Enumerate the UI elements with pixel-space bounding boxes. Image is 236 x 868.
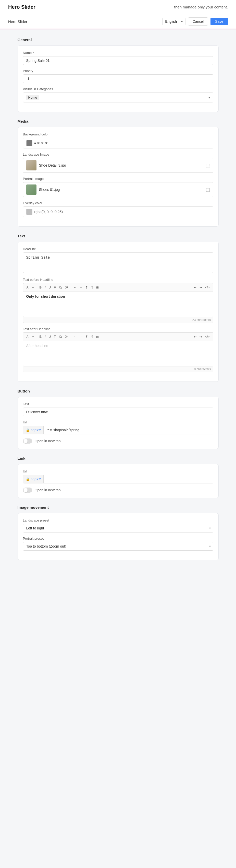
rte-after-cut-btn[interactable]: ✂: [30, 334, 35, 339]
rte-after-redo-btn[interactable]: ↪: [198, 334, 203, 339]
rte-redo-btn[interactable]: ↪: [198, 285, 203, 290]
app-name: Hero Slider: [8, 4, 35, 10]
rte-after-superscript-btn[interactable]: X²: [64, 334, 70, 339]
text-section: Text Headline Spring Sale Text before He…: [18, 234, 218, 382]
button-text-input[interactable]: [23, 408, 213, 416]
rte-ol-btn[interactable]: ¶I: [85, 285, 90, 290]
rte-undo-btn[interactable]: ↩: [193, 285, 198, 290]
button-text-label: Text: [23, 402, 213, 406]
rte-after-undo-btn[interactable]: ↩: [193, 334, 198, 339]
button-url-input[interactable]: [44, 426, 213, 434]
bg-color-input[interactable]: #787878: [23, 138, 213, 149]
rte-after-bold-btn[interactable]: B: [38, 334, 43, 339]
rte-superscript-btn[interactable]: X²: [64, 285, 70, 290]
text-after-editor[interactable]: After headline: [23, 341, 213, 366]
language-select[interactable]: English German French Spanish: [162, 18, 186, 25]
general-section-title: General: [18, 37, 218, 42]
overlay-color-input[interactable]: rgba(0, 0, 0, 0.25): [23, 207, 213, 217]
landscape-preset-select[interactable]: Left to right Right to left Top to botto…: [23, 524, 213, 532]
rte-indent-btn[interactable]: ←: [72, 285, 78, 290]
portrait-image-upload[interactable]: Shoes 01.jpg ⬚: [23, 182, 213, 197]
rte-subscript-btn[interactable]: X₂: [58, 285, 64, 290]
button-card: Text Url 🔒 https:// Open in new tab: [18, 397, 218, 449]
link-url-input[interactable]: [44, 475, 213, 483]
top-header: Hero Slider then manage only your conten…: [0, 0, 236, 14]
portrait-preset-select[interactable]: Top to bottom (Zoom out) Bottom to top (…: [23, 542, 213, 551]
categories-chip: Home: [26, 95, 39, 100]
text-after-char-count: 0 characters: [23, 366, 213, 372]
categories-select[interactable]: Home ▾: [23, 93, 213, 102]
rte-after-source-btn[interactable]: </>: [204, 334, 211, 339]
button-url-prefix: 🔒 https://: [23, 426, 44, 434]
page-content: General Name * Priority Visible in Categ…: [13, 29, 223, 576]
rte-after-italic-btn[interactable]: I: [43, 334, 47, 339]
text-after-label: Text after Headline: [23, 327, 213, 331]
priority-input[interactable]: [23, 74, 213, 83]
portrait-image-upload-icon[interactable]: ⬚: [206, 187, 210, 192]
save-button[interactable]: Save: [210, 18, 228, 25]
text-after-toolbar: A ✂ B I U T X₂ X² ← → ¶I ¶ ⊞ ↩: [23, 333, 213, 341]
rte-after-strikethrough-btn[interactable]: T: [53, 334, 57, 339]
rte-after-font-btn[interactable]: A: [25, 334, 30, 339]
rte-italic-btn[interactable]: I: [43, 285, 47, 290]
landscape-image-upload-icon[interactable]: ⬚: [206, 162, 210, 168]
rte-bold-btn[interactable]: B: [38, 285, 43, 290]
text-before-toolbar: A ✂ B I U T X₂ X² ← → ¶I ¶ ⊞ ↩: [23, 283, 213, 291]
portrait-preset-field-row: Portrait preset Top to bottom (Zoom out)…: [23, 536, 213, 551]
button-new-tab-toggle-row: Open in new tab: [23, 438, 213, 443]
rte-underline-btn[interactable]: U: [47, 285, 52, 290]
rte-font-btn[interactable]: A: [25, 285, 30, 290]
portrait-preset-label: Portrait preset: [23, 536, 213, 540]
link-url-prefix: 🔒 https://: [23, 475, 44, 483]
landscape-image-label: Landscape Image: [23, 153, 213, 156]
rte-cut-btn[interactable]: ✂: [30, 285, 35, 290]
landscape-image-preview: [26, 160, 36, 170]
portrait-image-field-row: Portrait Image Shoes 01.jpg ⬚: [23, 177, 213, 197]
rte-after-ol-btn[interactable]: ¶I: [85, 334, 90, 339]
cancel-button[interactable]: Cancel: [188, 18, 208, 26]
text-before-editor[interactable]: Only for short duration: [23, 291, 213, 317]
general-card: Name * Priority Visible in Categories Ho…: [18, 45, 218, 112]
text-before-content: Only for short duration: [26, 294, 210, 299]
link-url-input-row: 🔒 https://: [23, 475, 213, 484]
landscape-image-field-row: Landscape Image Shoe Detail 3.jpg ⬚: [23, 153, 213, 173]
rte-after-sep-1: [37, 335, 37, 339]
rte-after-subscript-btn[interactable]: X₂: [58, 334, 64, 339]
rte-source-btn[interactable]: </>: [204, 285, 211, 290]
link-section: Link Url 🔒 https:// Open in new tab: [18, 456, 218, 498]
link-new-tab-label: Open in new tab: [35, 488, 61, 492]
rte-after-indent-btn[interactable]: ←: [72, 334, 78, 339]
priority-field-row: Priority: [23, 69, 213, 83]
rte-after-outdent-btn[interactable]: →: [78, 334, 84, 339]
headline-textarea[interactable]: Spring Sale: [23, 252, 213, 273]
name-label: Name *: [23, 51, 213, 55]
rte-table-btn[interactable]: ⊞: [95, 285, 100, 290]
name-input[interactable]: [23, 56, 213, 65]
button-text-field-row: Text: [23, 402, 213, 416]
button-section: Button Text Url 🔒 https:// Open in new: [18, 389, 218, 449]
rte-outdent-btn[interactable]: →: [78, 285, 84, 290]
rte-after-underline-btn[interactable]: U: [47, 334, 52, 339]
portrait-image-left: Shoes 01.jpg: [26, 185, 60, 195]
button-url-label: Url: [23, 420, 213, 424]
portrait-image-label: Portrait Image: [23, 177, 213, 181]
headline-label: Headline: [23, 247, 213, 251]
rte-after-table-btn[interactable]: ⊞: [95, 334, 100, 339]
rte-after-ul-btn[interactable]: ¶: [90, 334, 94, 339]
portrait-preset-select-wrap: Top to bottom (Zoom out) Bottom to top (…: [23, 542, 213, 551]
text-before-field-row: Text before Headline A ✂ B I U T X₂ X² ←…: [23, 278, 213, 323]
landscape-image-upload[interactable]: Shoe Detail 3.jpg ⬚: [23, 158, 213, 173]
image-movement-card: Landscape preset Left to right Right to …: [18, 513, 218, 560]
headline-field-row: Headline Spring Sale: [23, 247, 213, 274]
button-section-title: Button: [18, 389, 218, 393]
image-movement-section: Image movement Landscape preset Left to …: [18, 505, 218, 560]
rte-strikethrough-btn[interactable]: T: [53, 285, 57, 290]
landscape-preset-select-wrap: Left to right Right to left Top to botto…: [23, 524, 213, 532]
link-new-tab-toggle-row: Open in new tab: [23, 488, 213, 493]
rte-ul-btn[interactable]: ¶: [90, 285, 94, 290]
text-before-char-count: 23 characters: [23, 317, 213, 323]
link-new-tab-toggle[interactable]: [23, 488, 32, 493]
button-new-tab-label: Open in new tab: [35, 439, 61, 443]
button-new-tab-toggle[interactable]: [23, 438, 32, 443]
categories-chevron-icon: ▾: [208, 96, 210, 99]
